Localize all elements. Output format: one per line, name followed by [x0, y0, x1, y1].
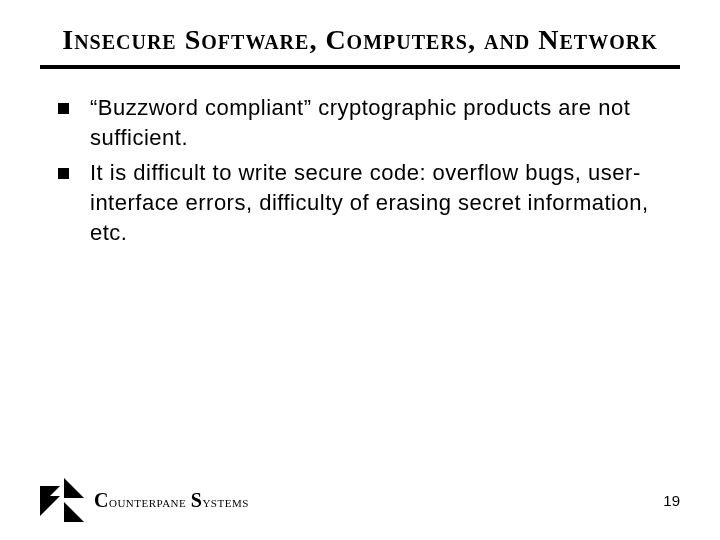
svg-marker-1	[40, 496, 60, 516]
bullet-item: “Buzzword compliant” cryptographic produ…	[58, 93, 680, 152]
slide-footer: Counterpane Systems 19	[40, 480, 680, 520]
bullet-list: “Buzzword compliant” cryptographic produ…	[40, 93, 680, 247]
svg-marker-2	[64, 478, 84, 498]
slide-title: Insecure Software, Computers, and Networ…	[40, 22, 680, 57]
logo-mark-icon	[40, 478, 84, 522]
company-name: Counterpane Systems	[94, 489, 249, 512]
page-number: 19	[663, 492, 680, 509]
slide: Insecure Software, Computers, and Networ…	[0, 0, 720, 540]
bullet-item: It is difficult to write secure code: ov…	[58, 158, 680, 247]
company-logo: Counterpane Systems	[40, 478, 249, 522]
svg-marker-3	[64, 502, 84, 522]
title-divider	[40, 65, 680, 69]
